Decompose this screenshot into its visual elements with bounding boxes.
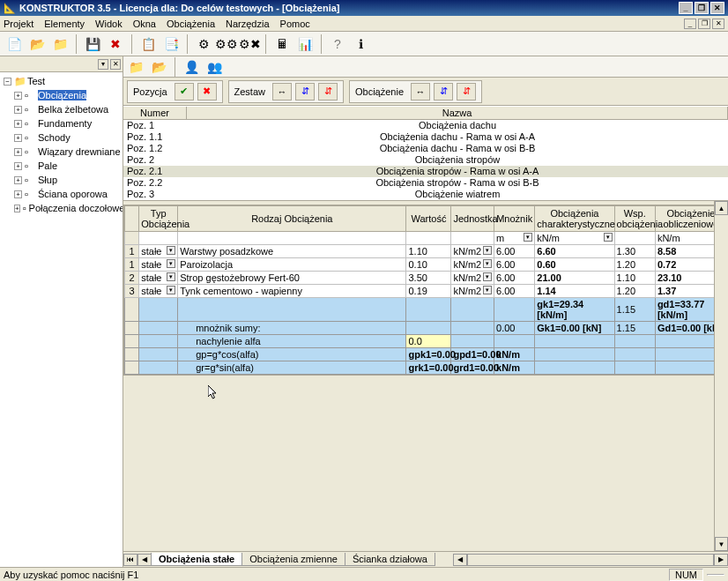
tree-toggle-icon[interactable]: + <box>14 162 22 170</box>
position-row[interactable]: Poz. 2.1Obciążenia stropów - Rama w osi … <box>123 166 728 177</box>
tab-scianka[interactable]: Ścianka działowa <box>345 553 435 566</box>
close-button[interactable]: ✕ <box>710 2 724 14</box>
load-row[interactable]: 1stałe▾Warstwy posadzkowe1.10kN/m2▾6.006… <box>125 245 727 258</box>
tree-item[interactable]: +▫Belka żelbetowa <box>2 102 121 116</box>
dropdown-icon[interactable]: ▾ <box>604 233 613 242</box>
col-numer[interactable]: Numer <box>123 107 187 119</box>
person1-button[interactable]: 👤 <box>181 56 202 78</box>
tree-item[interactable]: +▫Pale <box>2 159 121 173</box>
zestaw-b1[interactable]: ↔ <box>272 83 292 101</box>
position-row[interactable]: Poz. 1.2Obciążenia dachu - Rama w osi B-… <box>123 143 728 154</box>
position-row[interactable]: Poz. 2Obciążenia stropów <box>123 154 728 166</box>
tab-zmienne[interactable]: Obciążenia zmienne <box>241 553 345 566</box>
dropdown-icon[interactable]: ▾ <box>167 246 175 255</box>
maximize-button[interactable]: ❐ <box>695 2 709 14</box>
project-tree[interactable]: − 📁 Test +▫Obciążenia+▫Belka żelbetowa+▫… <box>0 72 123 217</box>
mdi-restore[interactable]: ❐ <box>698 19 710 29</box>
positions-table[interactable]: Numer Nazwa Poz. 1Obciążenia dachuPoz. 1… <box>123 106 728 201</box>
menu-projekt[interactable]: Projekt <box>4 19 33 29</box>
view1-button[interactable]: 📁 <box>125 56 146 78</box>
position-row[interactable]: Poz. 1.1Obciążenia dachu - Rama w osi A-… <box>123 131 728 143</box>
tree-toggle-icon[interactable]: + <box>14 176 22 184</box>
open-button[interactable]: 📂 <box>26 34 48 55</box>
tree-toggle-icon[interactable]: − <box>4 78 11 86</box>
copy-button[interactable]: 📋 <box>137 34 159 55</box>
menu-okna[interactable]: Okna <box>133 19 156 29</box>
delete-button[interactable]: ✖ <box>105 34 126 55</box>
menu-obciazenia[interactable]: Obciążenia <box>167 19 215 29</box>
dropdown-icon[interactable]: ▾ <box>167 286 175 294</box>
tree-toggle-icon[interactable]: + <box>14 205 20 212</box>
tree-toggle-icon[interactable]: + <box>14 190 22 198</box>
tree-item[interactable]: +▫Połączenia doczołowe <box>2 201 121 215</box>
paste-button[interactable]: 📑 <box>160 34 182 55</box>
summary-nachylenie[interactable]: nachylenie alfa 0.0 <box>125 335 727 348</box>
load-row[interactable]: 2stałe▾Strop gęstożebrowy Fert-603.50kN/… <box>125 272 727 285</box>
tree-toggle-icon[interactable]: + <box>14 148 22 156</box>
minimize-button[interactable]: _ <box>679 2 693 14</box>
tab-nav-first[interactable]: ⏮ <box>123 554 137 566</box>
tree-item[interactable]: +▫Fundamenty <box>2 116 121 130</box>
menu-pomoc[interactable]: Pomoc <box>280 19 310 29</box>
hdr-rodzaj[interactable]: Rodzaj Obciążenia <box>178 206 406 232</box>
tree-root[interactable]: − 📁 Test <box>2 74 121 88</box>
gear-button[interactable]: ⚙ <box>193 34 214 55</box>
load-grid[interactable]: Typ Obciążenia Rodzaj Obciążenia Wartość… <box>123 205 728 376</box>
folder-button[interactable]: 📁 <box>49 34 71 55</box>
obc-b1[interactable]: ↔ <box>411 83 430 101</box>
tab-stale[interactable]: Obciążenia stałe <box>151 553 242 566</box>
load-row[interactable]: 1stałe▾Paroizolacja0.10kN/m2▾6.000.601.2… <box>125 258 727 272</box>
tree-toggle-icon[interactable]: + <box>14 92 22 100</box>
tree-toggle-icon[interactable]: + <box>14 106 22 114</box>
help-button[interactable]: ? <box>327 34 348 55</box>
scroll-down-icon[interactable]: ▼ <box>715 537 728 551</box>
tree-item[interactable]: +▫Ściana oporowa <box>2 187 121 201</box>
view2-button[interactable]: 📂 <box>148 56 169 78</box>
tree-close-icon[interactable]: ✕ <box>110 59 121 70</box>
tab-nav-prev[interactable]: ◀ <box>137 554 152 566</box>
hdr-typ[interactable]: Typ Obciążenia <box>139 206 178 232</box>
tree-toggle-icon[interactable]: + <box>14 134 22 142</box>
tree-toggle-icon[interactable]: + <box>14 120 22 128</box>
menu-elementy[interactable]: Elementy <box>44 19 85 29</box>
zestaw-b2[interactable]: ⇵ <box>295 83 315 101</box>
hscroll-left[interactable]: ◀ <box>453 554 467 566</box>
col-nazwa[interactable]: Nazwa <box>187 107 728 119</box>
obc-b3[interactable]: ⇵ <box>457 83 476 101</box>
dropdown-icon[interactable]: ▾ <box>167 272 175 281</box>
report-button[interactable]: 📊 <box>294 34 316 55</box>
position-row[interactable]: Poz. 2.2Obciążenia stropów - Rama w osi … <box>123 177 728 189</box>
save-button[interactable]: 💾 <box>82 34 103 55</box>
tree-item[interactable]: +▫Słup <box>2 173 121 187</box>
menu-widok[interactable]: Widok <box>95 19 123 29</box>
scroll-up-icon[interactable]: ▲ <box>715 201 728 215</box>
dropdown-icon[interactable]: ▾ <box>483 272 492 281</box>
dropdown-icon[interactable]: ▾ <box>524 233 532 242</box>
calc-button[interactable]: 🖩 <box>271 34 293 55</box>
vertical-scrollbar[interactable]: ▲ ▼ <box>714 201 728 551</box>
info-button[interactable]: ℹ <box>350 34 371 55</box>
dropdown-icon[interactable]: ▾ <box>483 259 492 268</box>
dropdown-icon[interactable]: ▾ <box>167 259 175 268</box>
position-row[interactable]: Poz. 1Obciążenia dachu <box>123 120 728 131</box>
pozycja-del-button[interactable]: ✖ <box>197 83 217 101</box>
obc-b2[interactable]: ⇵ <box>434 83 453 101</box>
hdr-charakt[interactable]: Obciążenia charakterystyczne <box>535 206 614 232</box>
dropdown-icon[interactable]: ▾ <box>483 286 492 294</box>
person2-button[interactable]: 👥 <box>204 56 225 78</box>
hdr-wartosc[interactable]: Wartość <box>406 206 451 232</box>
new-button[interactable]: 📄 <box>4 34 25 55</box>
mdi-close[interactable]: ✕ <box>712 19 724 29</box>
gears-button[interactable]: ⚙⚙ <box>216 34 237 55</box>
position-row[interactable]: Poz. 3Obciążenie wiatrem <box>123 189 728 200</box>
menu-narzedzia[interactable]: Narzędzia <box>226 19 270 29</box>
hdr-wsp[interactable]: Wsp. obciążenia <box>614 206 655 232</box>
hscroll-right[interactable]: ▶ <box>714 554 728 566</box>
mdi-minimize[interactable]: _ <box>684 19 696 29</box>
units-row[interactable]: m▾ kN/m▾ kN/m <box>125 232 727 245</box>
dropdown-icon[interactable]: ▾ <box>483 246 492 255</box>
tree-pin-icon[interactable]: ▾ <box>98 59 108 70</box>
hdr-jednostka[interactable]: Jednostka <box>451 206 494 232</box>
hdr-mnoznik[interactable]: Mnożnik <box>494 206 535 232</box>
gear-x-button[interactable]: ⚙✖ <box>239 34 260 55</box>
